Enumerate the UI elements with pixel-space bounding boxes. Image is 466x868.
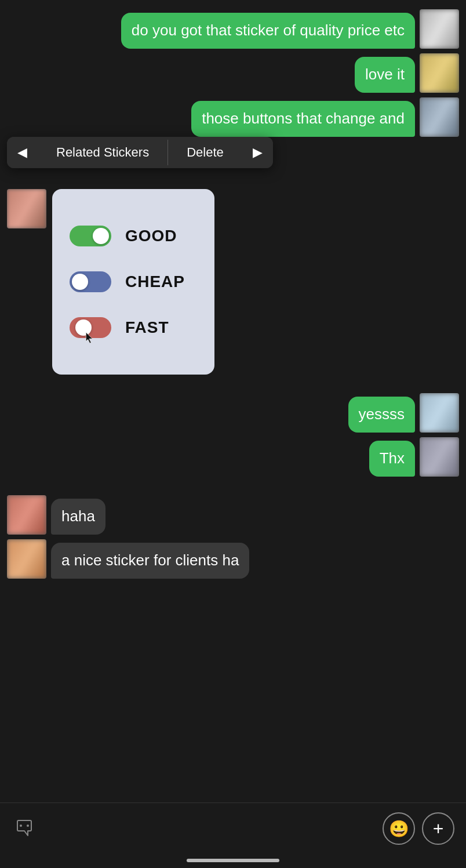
emoji-icon: 😀 <box>389 819 409 838</box>
context-menu-related-stickers[interactable]: Related Stickers <box>38 137 168 168</box>
context-menu: ◀ Related Stickers Delete ▶ <box>7 137 459 168</box>
label-good: GOOD <box>125 227 177 245</box>
sticker-image: GOOD CHEAP FAST <box>52 189 214 375</box>
emoji-button[interactable]: 😀 <box>383 812 415 845</box>
toggle-good[interactable] <box>70 226 111 246</box>
context-menu-prev[interactable]: ◀ <box>7 137 38 168</box>
message-row-7: a nice sticker for clients ha <box>7 539 459 579</box>
chat-container: do you got that sticker of quality price… <box>0 0 466 648</box>
bubble-text-1: do you got that sticker of quality price… <box>132 21 405 39</box>
sticker-toggle-icon[interactable] <box>12 816 44 841</box>
context-menu-bar: ◀ Related Stickers Delete ▶ <box>7 137 273 168</box>
toggle-row-fast: FAST <box>70 317 197 338</box>
sticker-icon-svg <box>14 818 42 839</box>
toggle-fast[interactable] <box>70 317 111 338</box>
avatar-4 <box>420 393 459 433</box>
sticker-row: GOOD CHEAP FAST <box>7 189 459 375</box>
toggle-knob-cheap <box>72 274 88 290</box>
bubble-text-5: Thx <box>380 449 405 467</box>
toggle-row-cheap: CHEAP <box>70 271 197 292</box>
message-row-3: those buttons that change and <box>191 97 459 137</box>
avatar-3 <box>420 97 459 137</box>
label-cheap: CHEAP <box>125 273 185 291</box>
avatar-2 <box>420 53 459 93</box>
avatar-5 <box>420 437 459 477</box>
svg-point-1 <box>27 825 29 827</box>
toggle-cheap[interactable] <box>70 271 111 292</box>
add-button[interactable]: + <box>422 812 454 845</box>
bubble-4[interactable]: yessss <box>348 397 415 433</box>
bubble-1[interactable]: do you got that sticker of quality price… <box>121 13 415 49</box>
bubble-2[interactable]: love it <box>355 57 415 93</box>
toggle-row-good: GOOD <box>70 226 197 246</box>
label-fast: FAST <box>125 318 169 337</box>
message-row-4: yessss <box>7 393 459 433</box>
toggle-knob-good <box>93 228 109 244</box>
bubble-5[interactable]: Thx <box>369 441 415 477</box>
bubble-text-4: yessss <box>359 405 405 423</box>
bubble-text-6: haha <box>61 507 95 525</box>
context-menu-next[interactable]: ▶ <box>242 137 273 168</box>
bubble-text-7: a nice sticker for clients ha <box>61 551 239 569</box>
bubble-6[interactable]: haha <box>51 499 105 535</box>
sticker-sender-avatar <box>7 189 46 228</box>
avatar-1 <box>420 9 459 49</box>
add-icon: + <box>433 819 444 838</box>
message-row-5: Thx <box>7 437 459 477</box>
bubble-3[interactable]: those buttons that change and <box>191 101 415 137</box>
toggle-knob-fast <box>75 319 92 336</box>
context-menu-delete[interactable]: Delete <box>168 137 242 168</box>
svg-point-0 <box>20 825 22 827</box>
message-row-6: haha <box>7 495 459 535</box>
home-indicator <box>187 859 279 862</box>
message-row-2: love it <box>7 53 459 93</box>
bubble-text-3: those buttons that change and <box>202 110 405 127</box>
bubble-text-2: love it <box>365 66 405 83</box>
bubble-7[interactable]: a nice sticker for clients ha <box>51 543 249 579</box>
avatar-7 <box>7 539 46 579</box>
message-row-1: do you got that sticker of quality price… <box>7 9 459 49</box>
avatar-6 <box>7 495 46 535</box>
